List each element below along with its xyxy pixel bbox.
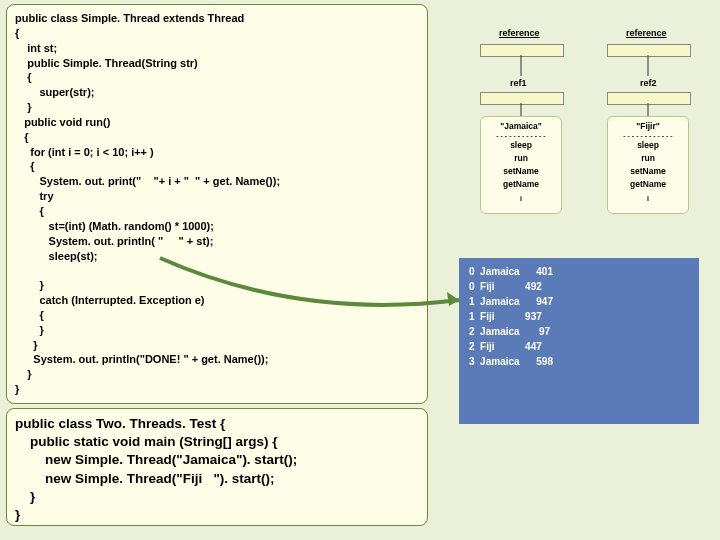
obj2-tail: i — [610, 194, 686, 205]
ref-slot-2 — [607, 44, 691, 57]
object-box-fiji: "Fijir" - - - - - - - - - - - - sleep ru… — [607, 116, 689, 214]
program-output: 0 Jamaica 401 0 Fiji 492 1 Jamaica 947 1… — [459, 258, 699, 424]
obj2-m4: getName — [610, 178, 686, 191]
object-box-jamaica: "Jamaica" - - - - - - - - - - - - sleep … — [480, 116, 562, 214]
ref-slot-1 — [480, 44, 564, 57]
obj2-m1: sleep — [610, 139, 686, 152]
obj1-m1: sleep — [483, 139, 559, 152]
obj1-m3: setName — [483, 165, 559, 178]
code-simple-thread: public class Simple. Thread extends Thre… — [6, 4, 428, 404]
code-two-threads-test: public class Two. Threads. Test { public… — [6, 408, 428, 526]
obj1-m4: getName — [483, 178, 559, 191]
ref-slot-2b — [607, 92, 691, 105]
ref-slot-1b — [480, 92, 564, 105]
svg-marker-4 — [447, 292, 459, 306]
obj1-tail: i — [483, 194, 559, 205]
obj2-m3: setName — [610, 165, 686, 178]
reference-label-1: reference — [499, 28, 540, 38]
reference-label-2: reference — [626, 28, 667, 38]
obj2-m2: run — [610, 152, 686, 165]
ref2-label: ref2 — [640, 78, 657, 88]
ref1-label: ref1 — [510, 78, 527, 88]
obj1-m2: run — [483, 152, 559, 165]
